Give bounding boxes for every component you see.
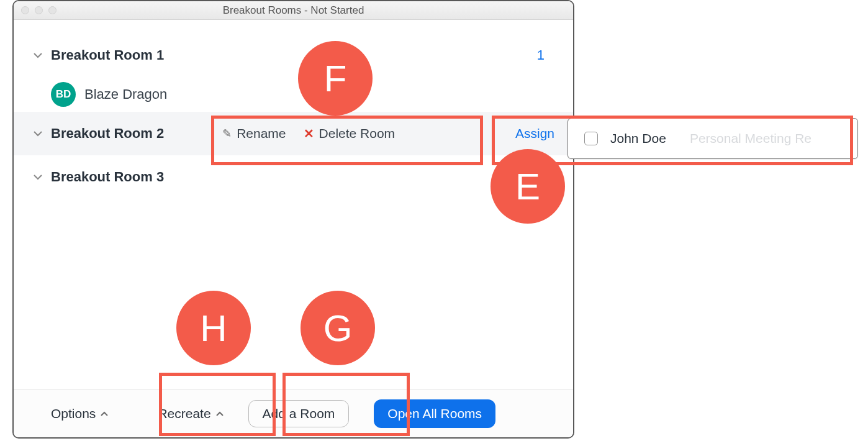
delete-room-button[interactable]: ✕ Delete Room bbox=[304, 126, 396, 141]
room-name: Breakout Room 3 bbox=[51, 169, 164, 185]
x-icon: ✕ bbox=[304, 126, 314, 141]
participant-name: Blaze Dragon bbox=[84, 86, 167, 102]
avatar: BD bbox=[51, 82, 76, 107]
assign-candidate-name: John Doe bbox=[610, 131, 666, 146]
window-titlebar: Breakout Rooms - Not Started bbox=[14, 1, 573, 20]
assign-checkbox[interactable] bbox=[584, 132, 598, 145]
chevron-down-icon[interactable] bbox=[32, 131, 43, 137]
breakout-rooms-window: Breakout Rooms - Not Started Breakout Ro… bbox=[12, 0, 574, 439]
chevron-down-icon[interactable] bbox=[32, 53, 43, 58]
room-participant-count: 1 bbox=[537, 47, 545, 63]
room-name: Breakout Room 2 bbox=[51, 125, 164, 142]
room-row[interactable]: Breakout Room 1 1 bbox=[14, 34, 573, 77]
window-title: Breakout Rooms - Not Started bbox=[14, 4, 573, 17]
open-all-rooms-button[interactable]: Open All Rooms bbox=[374, 399, 495, 428]
add-room-button[interactable]: Add a Room bbox=[248, 400, 350, 427]
footer: Options Recreate Add a Room Open All Roo… bbox=[14, 389, 573, 437]
room-row[interactable]: Breakout Room 3 bbox=[14, 155, 573, 199]
options-button[interactable]: Options bbox=[51, 406, 108, 421]
recreate-button[interactable]: Recreate bbox=[158, 406, 223, 421]
pencil-icon: ✎ bbox=[222, 127, 232, 140]
annotation-badge-h: H bbox=[176, 291, 251, 365]
annotation-badge-g: G bbox=[301, 291, 375, 365]
open-all-label: Open All Rooms bbox=[387, 406, 482, 421]
room-name: Breakout Room 1 bbox=[51, 47, 164, 63]
room-list: Breakout Room 1 1 BD Blaze Dragon Breako… bbox=[14, 20, 573, 199]
assign-candidate-secondary: Personal Meeting Re bbox=[690, 131, 811, 146]
annotation-badge-f: F bbox=[298, 41, 373, 116]
rename-label: Rename bbox=[237, 126, 286, 141]
delete-label: Delete Room bbox=[319, 126, 396, 141]
add-room-label: Add a Room bbox=[263, 406, 335, 421]
annotation-badge-e: E bbox=[491, 149, 565, 224]
chevron-up-icon bbox=[216, 409, 224, 418]
rename-button[interactable]: ✎ Rename bbox=[222, 126, 286, 141]
chevron-down-icon[interactable] bbox=[32, 175, 43, 180]
chevron-up-icon bbox=[101, 409, 108, 418]
assign-link[interactable]: Assign bbox=[515, 126, 554, 141]
options-label: Options bbox=[51, 406, 96, 421]
participant-row[interactable]: BD Blaze Dragon bbox=[14, 77, 573, 112]
room-actions: ✎ Rename ✕ Delete Room bbox=[222, 126, 395, 141]
assign-popover: John Doe Personal Meeting Re bbox=[567, 118, 858, 159]
recreate-label: Recreate bbox=[158, 406, 210, 421]
room-row[interactable]: Breakout Room 2 ✎ Rename ✕ Delete Room A… bbox=[14, 112, 573, 155]
